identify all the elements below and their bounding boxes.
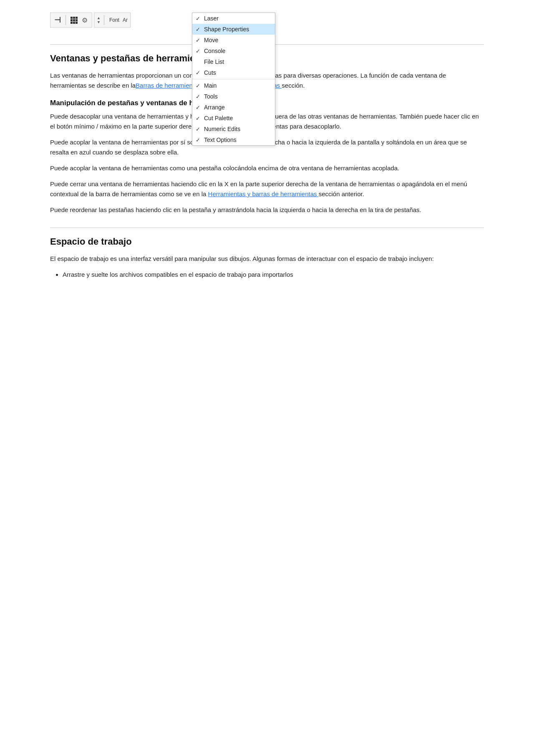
section-workspace: Espacio de trabajo El espacio de trabajo… <box>50 236 484 280</box>
item-label-cuts: Cuts <box>204 69 216 76</box>
font-label: Font <box>109 17 119 23</box>
item-label-file-list: File List <box>204 58 224 65</box>
section2-bullet-list: Arrastre y suelte los archivos compatibl… <box>63 270 484 280</box>
item-label-numeric-edits: Numeric Edits <box>204 126 240 132</box>
dropdown-item-shape-properties[interactable]: ✓Shape Properties <box>192 24 275 35</box>
settings-icon[interactable]: ⚙ <box>80 15 89 25</box>
dropdown-item-text-options[interactable]: ✓Text Options <box>192 134 275 145</box>
check-mark-tools: ✓ <box>196 94 204 100</box>
check-mark-laser: ✓ <box>196 15 204 22</box>
dropdown-item-arrange[interactable]: ✓Arrange <box>192 102 275 113</box>
item-label-tools: Tools <box>204 93 218 100</box>
item-label-laser: Laser <box>204 15 219 22</box>
check-mark-numeric-edits: ✓ <box>196 126 204 132</box>
section2-divider <box>50 228 484 228</box>
dropdown-item-cut-palette[interactable]: ✓Cut Palette <box>192 113 275 124</box>
subsection1-para4: Puede cerrar una ventana de herramientas… <box>50 179 484 199</box>
check-mark-main: ✓ <box>196 83 204 89</box>
item-label-console: Console <box>204 48 225 54</box>
section1-para1-after-link: sección. <box>282 82 305 89</box>
subsection1-link[interactable]: Herramientas y barras de herramientas <box>208 190 319 197</box>
item-label-cut-palette: Cut Palette <box>204 115 233 121</box>
item-label-text-options: Text Options <box>204 137 237 143</box>
item-label-shape-properties: Shape Properties <box>204 26 249 33</box>
subsection1-para3: Puede acoplar la ventana de herramientas… <box>50 163 484 173</box>
bullet-item-0: Arrastre y suelte los archivos compatibl… <box>63 270 484 280</box>
dropdown-divider-after-cuts <box>192 79 275 79</box>
toolbar-icons-left: ⊣ ⚙ <box>50 13 92 28</box>
toolbar-divider-2 <box>104 15 104 25</box>
section2-paragraph1: El espacio de trabajo es una interfaz ve… <box>50 254 484 264</box>
spinner-control[interactable]: ▲ ▼ <box>97 16 101 24</box>
dropdown-item-console[interactable]: ✓Console <box>192 46 275 56</box>
section2-title: Espacio de trabajo <box>50 236 484 247</box>
ar-label: Ar <box>123 17 128 23</box>
grid-icon[interactable] <box>69 15 78 25</box>
check-mark-console: ✓ <box>196 48 204 54</box>
item-label-arrange: Arrange <box>204 104 225 111</box>
dropdown-item-tools[interactable]: ✓Tools <box>192 91 275 102</box>
dropdown-item-file-list[interactable]: File List <box>192 56 275 67</box>
split-icon[interactable]: ⊣ <box>53 15 62 25</box>
subsection1-para5: Puede reordenar las pestañas haciendo cl… <box>50 205 484 215</box>
check-mark-shape-properties: ✓ <box>196 26 204 33</box>
dropdown-item-main[interactable]: ✓Main <box>192 80 275 91</box>
dropdown-item-cuts[interactable]: ✓Cuts <box>192 67 275 78</box>
item-label-main: Main <box>204 82 217 89</box>
check-mark-cuts: ✓ <box>196 70 204 76</box>
toolbar-secondary: ▲ ▼ Font Ar <box>94 13 131 28</box>
dropdown-item-move[interactable]: ✓Move <box>192 35 275 46</box>
toolbar-area: ⊣ ⚙ ▲ ▼ Font Ar ✓Laser✓Shape Properties✓… <box>50 13 484 28</box>
check-mark-move: ✓ <box>196 37 204 43</box>
dropdown-item-laser[interactable]: ✓Laser <box>192 13 275 24</box>
dropdown-menu: ✓Laser✓Shape Properties✓Move✓ConsoleFile… <box>192 13 275 146</box>
dropdown-item-numeric-edits[interactable]: ✓Numeric Edits <box>192 124 275 134</box>
check-mark-cut-palette: ✓ <box>196 115 204 121</box>
item-label-move: Move <box>204 37 218 43</box>
check-mark-text-options: ✓ <box>196 137 204 143</box>
check-mark-arrange: ✓ <box>196 104 204 111</box>
toolbar-divider-1 <box>65 15 66 25</box>
subsection1-para4-after-link: sección anterior. <box>319 190 364 197</box>
